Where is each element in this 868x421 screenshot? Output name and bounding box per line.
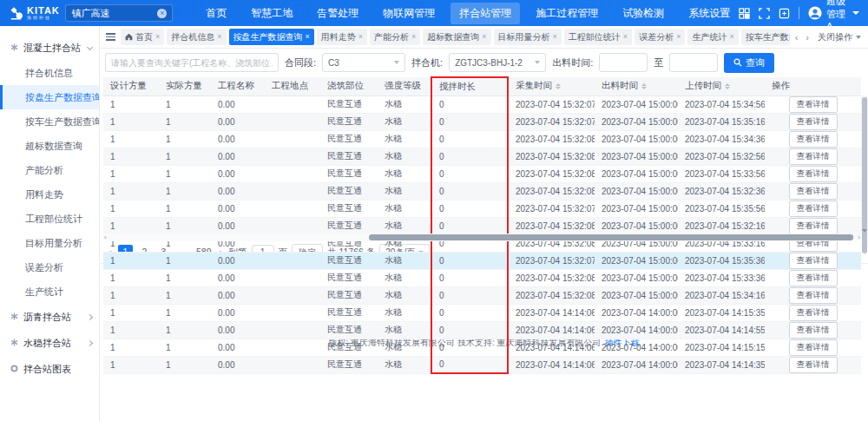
column-header-工程地点[interactable]: 工程地点 xyxy=(265,77,320,95)
view-detail-button[interactable]: 查看详情 xyxy=(789,357,838,373)
sidebar-section-混凝土拌合站[interactable]: 混凝土拌合站 xyxy=(0,35,99,61)
close-icon[interactable]: × xyxy=(155,33,160,41)
view-detail-button[interactable]: 查看详情 xyxy=(789,166,838,182)
table-row[interactable]: 110.00民意互通水稳02023-07-04 15:32:082023-07-… xyxy=(103,130,861,148)
tab-用料走势[interactable]: 用料走势× xyxy=(317,29,367,45)
nav-item-试验检测[interactable]: 试验检测 xyxy=(614,3,673,24)
nav-item-施工过程管理[interactable]: 施工过程管理 xyxy=(527,3,607,24)
close-icon[interactable]: × xyxy=(306,33,310,41)
view-detail-button[interactable]: 查看详情 xyxy=(789,287,838,304)
sidebar-section-拌合站图表[interactable]: 拌合站图表 xyxy=(0,356,99,382)
mixer-select[interactable]: ZGTJC3-BHJ-1-2 xyxy=(449,53,546,72)
view-detail-button[interactable]: 查看详情 xyxy=(789,114,838,130)
sidebar-item-生产统计[interactable]: 生产统计 xyxy=(0,280,99,304)
column-header-搅拌时长[interactable]: 搅拌时长 xyxy=(431,77,508,95)
tab-首页[interactable]: 首页× xyxy=(121,29,164,45)
table-row[interactable]: 110.00民意互通水稳02023-07-04 15:32:082023-07-… xyxy=(103,182,861,200)
tab-误差分析[interactable]: 误差分析× xyxy=(635,29,685,45)
tab-按盘生产数据查询[interactable]: 按盘生产数据查询× xyxy=(229,29,314,45)
view-detail-button[interactable]: 查看详情 xyxy=(789,96,838,113)
table-row[interactable]: 110.00民意互通水稳02023-07-04 15:32:082023-07-… xyxy=(103,165,861,182)
project-select[interactable]: 镇广高速 × xyxy=(65,4,173,22)
column-header-设计方量[interactable]: 设计方量 xyxy=(103,77,159,95)
sort-icon[interactable] xyxy=(725,83,730,89)
close-icon[interactable]: × xyxy=(553,33,557,41)
view-detail-button[interactable]: 查看详情 xyxy=(789,201,838,217)
clear-icon[interactable]: × xyxy=(157,9,167,18)
close-icon[interactable]: × xyxy=(623,33,628,41)
sort-icon[interactable] xyxy=(641,83,647,89)
view-detail-button[interactable]: 查看详情 xyxy=(789,322,838,339)
column-header-采集时间[interactable]: 采集时间 xyxy=(508,77,595,95)
tab-目标用量分析[interactable]: 目标用量分析× xyxy=(494,29,562,45)
column-header-浇筑部位[interactable]: 浇筑部位 xyxy=(320,77,378,95)
view-detail-button[interactable]: 查看详情 xyxy=(789,305,838,321)
tabs-prev-arrow[interactable]: ‹ xyxy=(792,32,801,43)
view-detail-button[interactable]: 查看详情 xyxy=(789,339,838,356)
close-icon[interactable]: × xyxy=(217,33,221,41)
view-detail-button[interactable]: 查看详情 xyxy=(789,148,838,165)
view-detail-button[interactable]: 查看详情 xyxy=(789,218,838,234)
sidebar-item-工程部位统计[interactable]: 工程部位统计 xyxy=(0,207,99,231)
tab-生产统计[interactable]: 生产统计× xyxy=(687,29,738,45)
tab-产能分析[interactable]: 产能分析× xyxy=(370,29,420,45)
table-row[interactable]: 110.00民意互通水稳02023-07-04 14:14:062023-07-… xyxy=(103,339,861,356)
tab-拌合机信息[interactable]: 拌合机信息× xyxy=(167,29,226,45)
close-icon[interactable]: × xyxy=(729,33,733,41)
table-row[interactable]: 110.00民意互通水稳02023-07-04 15:32:082023-07-… xyxy=(103,269,861,286)
sidebar-item-拌合机信息[interactable]: 拌合机信息 xyxy=(0,61,99,85)
nav-item-拌合站管理[interactable]: 拌合站管理 xyxy=(450,3,520,24)
fullscreen-icon[interactable] xyxy=(759,8,770,19)
horizontal-scrollbar[interactable]: ‹ › xyxy=(103,234,861,241)
nav-item-物联网管理[interactable]: 物联网管理 xyxy=(374,3,444,24)
sidebar-section-水稳拌合站[interactable]: 水稳拌合站 xyxy=(0,330,99,356)
view-detail-button[interactable]: 查看详情 xyxy=(789,183,838,200)
nav-item-告警处理[interactable]: 告警处理 xyxy=(308,3,367,24)
sidebar-item-按车生产数据查询[interactable]: 按车生产数据查询 xyxy=(0,109,99,134)
tabs-next-arrow[interactable]: › xyxy=(803,32,812,43)
frame-plus-icon[interactable] xyxy=(779,8,790,19)
view-detail-button[interactable]: 查看详情 xyxy=(789,270,838,286)
keyword-input[interactable] xyxy=(105,53,279,72)
table-row[interactable]: 110.00民意互通水稳02023-07-04 15:32:072023-07-… xyxy=(103,252,861,269)
time-to-input[interactable] xyxy=(669,53,718,72)
nav-item-智慧工地[interactable]: 智慧工地 xyxy=(242,3,301,24)
tab-list-icon[interactable] xyxy=(103,33,118,41)
column-header-强度等级[interactable]: 强度等级 xyxy=(378,77,431,95)
vertical-scrollbar[interactable] xyxy=(861,95,868,234)
view-detail-button[interactable]: 查看详情 xyxy=(789,253,838,269)
column-header-操作[interactable]: 操作 xyxy=(765,77,861,95)
scroll-right-arrow-icon[interactable]: › xyxy=(858,234,860,240)
sidebar-item-用料走势[interactable]: 用料走势 xyxy=(0,182,99,207)
column-header-出料时间[interactable]: 出料时间 xyxy=(595,77,678,95)
sidebar-item-超标数据查询[interactable]: 超标数据查询 xyxy=(0,134,99,158)
scroll-left-arrow-icon[interactable]: ‹ xyxy=(104,234,107,240)
horizontal-scrollbar-thumb[interactable] xyxy=(369,234,854,240)
close-icon[interactable]: × xyxy=(358,33,363,41)
contract-select[interactable]: C3 xyxy=(322,53,405,72)
close-operations-dropdown[interactable]: 关闭操作 xyxy=(814,31,865,43)
tab-按车生产数据查询[interactable]: 按车生产数据查询× xyxy=(741,29,790,45)
table-row[interactable]: 110.00民意互通水稳02023-07-04 14:14:062023-07-… xyxy=(103,321,861,339)
sidebar-item-目标用量分析[interactable]: 目标用量分析 xyxy=(0,231,99,255)
nav-item-系统设置[interactable]: 系统设置 xyxy=(680,3,739,24)
close-icon[interactable]: × xyxy=(676,33,681,41)
tab-超标数据查询[interactable]: 超标数据查询× xyxy=(423,29,490,45)
time-from-input[interactable] xyxy=(599,53,648,72)
table-row[interactable]: 110.00民意互通水稳02023-07-04 15:32:072023-07-… xyxy=(103,113,861,130)
sidebar-item-误差分析[interactable]: 误差分析 xyxy=(0,255,99,280)
query-button[interactable]: 查询 xyxy=(724,53,774,73)
grid-icon[interactable] xyxy=(739,8,750,19)
close-icon[interactable]: × xyxy=(411,33,416,41)
column-header-上传时间[interactable]: 上传时间 xyxy=(678,77,765,95)
sidebar-section-沥青拌合站[interactable]: 沥青拌合站 xyxy=(0,304,99,330)
table-row[interactable]: 110.00民意互通水稳02023-07-04 14:14:062023-07-… xyxy=(103,304,861,321)
tab-工程部位统计[interactable]: 工程部位统计× xyxy=(564,29,632,45)
column-header-工程名称[interactable]: 工程名称 xyxy=(211,77,265,95)
close-icon[interactable]: × xyxy=(482,33,486,41)
table-row[interactable]: 110.00民意互通水稳02023-07-04 15:32:082023-07-… xyxy=(103,286,861,304)
column-header-实际方量[interactable]: 实际方量 xyxy=(159,77,211,95)
sidebar-item-按盘生产数据查询[interactable]: 按盘生产数据查询 xyxy=(0,85,99,109)
view-detail-button[interactable]: 查看详情 xyxy=(789,131,838,148)
nav-item-首页[interactable]: 首页 xyxy=(197,3,235,24)
